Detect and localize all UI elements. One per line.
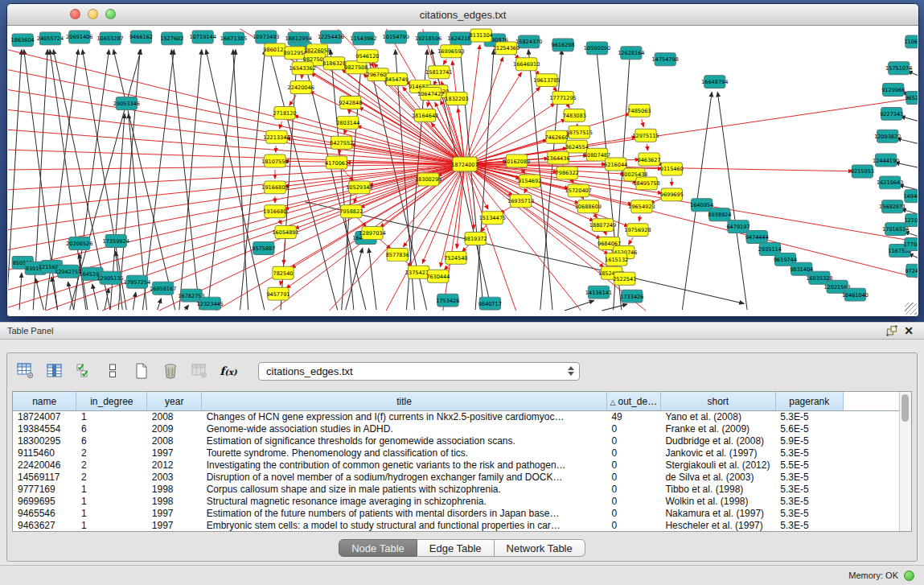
network-node-label: 1494683 bbox=[903, 193, 918, 200]
table-cell: Tourette syndrome. Phenomenology and cla… bbox=[202, 447, 607, 459]
network-node-label: 10807487 bbox=[584, 152, 610, 159]
table-cell: Dudbridge et al. (2008) bbox=[660, 435, 775, 447]
column-header-short[interactable]: short bbox=[660, 392, 775, 411]
network-edge bbox=[294, 116, 465, 164]
network-node-label: 12444190 bbox=[873, 158, 899, 164]
network-node-label: 7630444 bbox=[426, 274, 450, 280]
column-header-in_degree[interactable]: in_degree bbox=[76, 392, 147, 411]
table-scrollbar[interactable] bbox=[899, 392, 911, 531]
network-edge bbox=[357, 218, 366, 227]
table-mode-icon[interactable] bbox=[15, 360, 36, 381]
table-row[interactable]: 1938455462009Genome-wide association stu… bbox=[13, 423, 899, 435]
network-view-window[interactable]: citations_edges.txt 18636042405572420691… bbox=[6, 3, 919, 317]
network-node-label: 7958822 bbox=[339, 208, 363, 215]
column-header-name[interactable]: name bbox=[13, 392, 76, 411]
network-node-label: 9466162 bbox=[129, 34, 153, 40]
network-edge bbox=[346, 248, 363, 310]
close-window-icon[interactable] bbox=[70, 9, 80, 19]
network-node-label: 29053346 bbox=[113, 101, 140, 107]
network-edge bbox=[35, 278, 43, 310]
network-node-label: 1770435 bbox=[903, 241, 918, 248]
network-node-label: 12942757 bbox=[55, 269, 81, 275]
column-header-pagerank[interactable]: pagerank bbox=[775, 392, 843, 411]
delete-column-icon[interactable] bbox=[160, 360, 181, 381]
network-node-label: 9242848 bbox=[339, 100, 362, 106]
network-node-label: 782540 bbox=[273, 270, 294, 277]
table-row[interactable]: 977716911998Corpus callosum shape and si… bbox=[13, 484, 899, 496]
network-node-label: 16543362 bbox=[290, 65, 316, 72]
network-node-label: 18807249 bbox=[589, 222, 616, 229]
network-node-label: 2803144 bbox=[336, 120, 359, 126]
network-edge bbox=[481, 225, 487, 232]
network-edge bbox=[284, 241, 285, 264]
table-cell: Wolkin et al. (1998) bbox=[660, 496, 775, 508]
network-node-label: 15751074 bbox=[885, 65, 912, 72]
function-builder-icon[interactable]: f(x) bbox=[218, 360, 239, 381]
window-resize-grip[interactable] bbox=[905, 303, 917, 315]
column-header-title[interactable]: title bbox=[202, 392, 607, 411]
network-node-label: 2718120 bbox=[273, 110, 296, 117]
network-edge bbox=[185, 305, 189, 310]
table-selector-dropdown[interactable]: citations_edges.txt bbox=[258, 362, 580, 381]
attribute-table-container: namein_degreeyeartitle△out_de…shortpager… bbox=[12, 391, 912, 532]
toggle-rows-icon[interactable] bbox=[102, 360, 123, 381]
network-edge bbox=[8, 164, 465, 210]
network-node-label: 10590090 bbox=[584, 45, 610, 51]
table-row[interactable]: 911546021997Tourette syndrome. Phenomeno… bbox=[13, 447, 899, 459]
network-window-titlebar[interactable]: citations_edges.txt bbox=[7, 4, 918, 26]
status-bar: Memory: OK bbox=[0, 565, 924, 585]
column-header-out_de[interactable]: △out_de… bbox=[606, 392, 660, 411]
network-node-label: 16671385 bbox=[220, 35, 247, 42]
table-cell: Corpus callosum shape and size in male p… bbox=[202, 484, 607, 496]
table-scrollbar-thumb[interactable] bbox=[901, 394, 909, 422]
network-node-label: 6216044 bbox=[604, 162, 627, 168]
network-node-label: 9474444 bbox=[745, 234, 769, 241]
table-cell-filler bbox=[843, 508, 899, 520]
table-row[interactable]: 946554611997Estimation of the future num… bbox=[13, 508, 899, 520]
table-row[interactable]: 1872400712008Changes of HCN gene express… bbox=[13, 411, 899, 424]
close-icon[interactable]: ✕ bbox=[901, 325, 917, 336]
table-row[interactable]: 946362711997Embryonic stem cells: a mode… bbox=[13, 520, 899, 532]
zoom-window-icon[interactable] bbox=[105, 9, 116, 19]
table-row[interactable]: 2242004622012Investigating the contribut… bbox=[13, 459, 899, 472]
minimize-window-icon[interactable] bbox=[88, 9, 98, 19]
table-cell-filler bbox=[843, 447, 899, 459]
network-canvas[interactable]: 1863604240557242069140610653287946616215… bbox=[8, 26, 918, 315]
network-node-label: 10162089 bbox=[503, 159, 530, 165]
create-column-icon[interactable] bbox=[131, 360, 152, 381]
table-cell: 0 bbox=[606, 435, 660, 447]
table-cell: 0 bbox=[606, 496, 660, 508]
network-node-label: 20206526 bbox=[66, 241, 92, 247]
network-node-label: 8427552 bbox=[330, 140, 353, 146]
tab-network-table[interactable]: Network Table bbox=[495, 539, 585, 557]
network-node-label: 19654923 bbox=[628, 204, 655, 210]
float-window-icon[interactable] bbox=[883, 325, 901, 336]
network-node-label: 17771295 bbox=[549, 95, 576, 101]
network-node-label: 7485063 bbox=[627, 108, 651, 114]
network-node-label: 18812954 bbox=[285, 35, 312, 42]
network-node-label: 15813741 bbox=[425, 69, 452, 76]
network-node-label: 12093822 bbox=[874, 134, 901, 140]
tab-node-table[interactable]: Node Table bbox=[339, 539, 417, 557]
tab-edge-table[interactable]: Edge Table bbox=[417, 539, 495, 557]
select-mode-icon[interactable] bbox=[73, 360, 94, 381]
table-row[interactable]: 1830029562008Estimation of significance … bbox=[13, 435, 899, 447]
column-header-year[interactable]: year bbox=[147, 392, 202, 411]
table-row[interactable]: 1456911722003Disruption of a novel membe… bbox=[13, 472, 899, 484]
table-cell-filler bbox=[843, 411, 899, 424]
network-node-label: 9215953 bbox=[851, 169, 874, 175]
network-node-label: 14754798 bbox=[652, 56, 679, 63]
table-panel: Table Panel ✕ bbox=[0, 322, 924, 585]
network-node-label: 2935114 bbox=[758, 246, 782, 253]
network-edge bbox=[462, 245, 470, 251]
network-node-label: 17359924 bbox=[103, 238, 129, 245]
network-edge bbox=[79, 253, 88, 310]
network-node-label: 17016514 bbox=[882, 226, 909, 233]
table-row[interactable]: 969969511998Structural magnetic resonanc… bbox=[13, 496, 899, 508]
network-node-label: 10647427 bbox=[417, 91, 444, 97]
table-header-row[interactable]: namein_degreeyeartitle△out_de…shortpager… bbox=[13, 392, 899, 411]
show-columns-icon[interactable] bbox=[44, 360, 65, 381]
network-node-label: 9575887 bbox=[252, 245, 275, 252]
table-cell: Franke et al. (2009) bbox=[660, 423, 775, 435]
network-node-label: 20691406 bbox=[66, 34, 92, 40]
